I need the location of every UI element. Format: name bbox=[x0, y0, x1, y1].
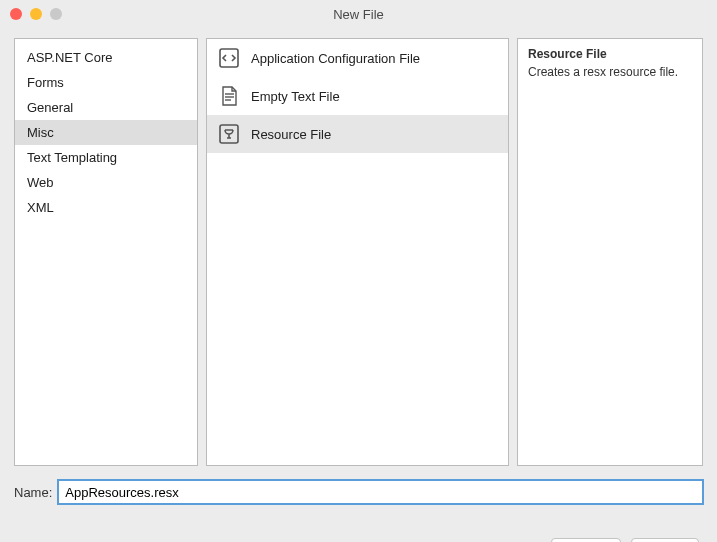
config-icon bbox=[217, 46, 241, 70]
dialog-buttons: Cancel New bbox=[0, 504, 717, 542]
category-list: ASP.NET Core Forms General Misc Text Tem… bbox=[14, 38, 198, 466]
template-list: Application Configuration File Empty Tex… bbox=[206, 38, 509, 466]
name-row: Name: bbox=[0, 466, 717, 504]
category-forms[interactable]: Forms bbox=[15, 70, 197, 95]
window-title: New File bbox=[0, 7, 717, 22]
window-controls bbox=[10, 8, 62, 20]
template-app-config[interactable]: Application Configuration File bbox=[207, 39, 508, 77]
category-aspnetcore[interactable]: ASP.NET Core bbox=[15, 45, 197, 70]
template-resource-file[interactable]: Resource File bbox=[207, 115, 508, 153]
content-panels: ASP.NET Core Forms General Misc Text Tem… bbox=[0, 28, 717, 466]
new-button[interactable]: New bbox=[631, 538, 699, 542]
category-xml[interactable]: XML bbox=[15, 195, 197, 220]
close-icon[interactable] bbox=[10, 8, 22, 20]
textdoc-icon bbox=[217, 84, 241, 108]
details-description: Creates a resx resource file. bbox=[528, 65, 692, 79]
name-input[interactable] bbox=[58, 480, 703, 504]
category-misc[interactable]: Misc bbox=[15, 120, 197, 145]
name-label: Name: bbox=[14, 485, 52, 500]
template-label: Application Configuration File bbox=[251, 51, 420, 66]
template-empty-text[interactable]: Empty Text File bbox=[207, 77, 508, 115]
category-general[interactable]: General bbox=[15, 95, 197, 120]
template-label: Resource File bbox=[251, 127, 331, 142]
cancel-button[interactable]: Cancel bbox=[551, 538, 621, 542]
details-title: Resource File bbox=[528, 47, 692, 61]
category-web[interactable]: Web bbox=[15, 170, 197, 195]
template-label: Empty Text File bbox=[251, 89, 340, 104]
category-text-templating[interactable]: Text Templating bbox=[15, 145, 197, 170]
zoom-icon[interactable] bbox=[50, 8, 62, 20]
titlebar: New File bbox=[0, 0, 717, 28]
details-panel: Resource File Creates a resx resource fi… bbox=[517, 38, 703, 466]
resource-icon bbox=[217, 122, 241, 146]
minimize-icon[interactable] bbox=[30, 8, 42, 20]
